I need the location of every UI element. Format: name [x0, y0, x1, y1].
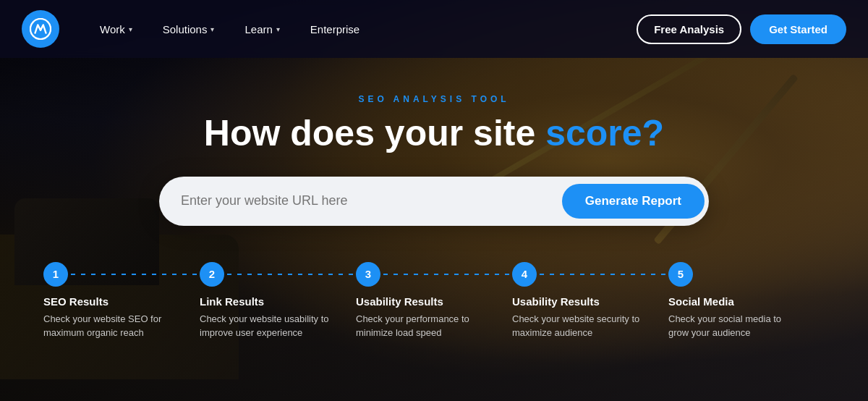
step-item-3: 3 Usability Results Check your performan…	[356, 262, 512, 340]
step-header-2: 2	[200, 262, 356, 287]
nav-item-learn[interactable]: Learn ▾	[233, 17, 291, 41]
step-title-2: Link Results	[200, 295, 264, 308]
step-line-3	[383, 274, 512, 275]
nav-item-enterprise[interactable]: Enterprise	[299, 17, 371, 41]
step-desc-2: Check your website usability to improve …	[200, 312, 330, 340]
url-input[interactable]	[181, 193, 562, 208]
step-line-4	[540, 274, 668, 275]
step-desc-3: Check your performance to minimize load …	[356, 312, 486, 340]
step-desc-4: Check your website security to maximize …	[512, 312, 642, 340]
search-bar: Generate Report	[159, 177, 709, 226]
nav-actions: Free Analysis Get Started	[637, 14, 846, 44]
work-chevron-icon: ▾	[129, 25, 132, 33]
step-header-5: 5	[668, 262, 825, 287]
step-title-1: SEO Results	[43, 295, 109, 308]
step-title-4: Usability Results	[512, 295, 600, 308]
hero-subtitle: SEO ANALYSIS TOOL	[358, 94, 509, 104]
nav-enterprise-label: Enterprise	[310, 23, 359, 35]
main-content: SEO ANALYSIS TOOL How does your site sco…	[0, 58, 868, 340]
nav-item-solutions[interactable]: Solutions ▾	[151, 17, 226, 41]
steps-section: 1 SEO Results Check your website SEO for…	[0, 262, 868, 340]
step-circle-4: 4	[512, 262, 537, 287]
nav-links: Work ▾ Solutions ▾ Learn ▾ Enterprise	[88, 17, 637, 41]
get-started-button[interactable]: Get Started	[750, 14, 846, 44]
navbar: Work ▾ Solutions ▾ Learn ▾ Enterprise Fr…	[0, 0, 868, 58]
step-item-5: 5 Social Media Check your social media t…	[668, 262, 825, 340]
step-desc-1: Check your website SEO for maximum organ…	[43, 312, 174, 340]
logo[interactable]	[22, 10, 59, 48]
generate-report-button[interactable]: Generate Report	[562, 184, 705, 219]
step-title-3: Usability Results	[356, 295, 443, 308]
step-item-2: 2 Link Results Check your website usabil…	[200, 262, 356, 340]
nav-solutions-label: Solutions	[163, 23, 208, 35]
step-title-5: Social Media	[668, 295, 734, 308]
headline-text-2: score?	[545, 113, 664, 153]
hero-headline: How does your site score?	[204, 113, 664, 155]
step-item-1: 1 SEO Results Check your website SEO for…	[43, 262, 200, 340]
step-line-1	[71, 274, 200, 275]
nav-item-work[interactable]: Work ▾	[88, 17, 144, 41]
learn-chevron-icon: ▾	[276, 25, 280, 33]
step-line-2	[227, 274, 356, 275]
step-circle-1: 1	[43, 262, 68, 287]
step-header-3: 3	[356, 262, 512, 287]
solutions-chevron-icon: ▾	[210, 25, 214, 33]
step-circle-3: 3	[356, 262, 380, 287]
nav-work-label: Work	[100, 23, 125, 35]
step-circle-2: 2	[200, 262, 224, 287]
step-item-4: 4 Usability Results Check your website s…	[512, 262, 668, 340]
step-header-4: 4	[512, 262, 668, 287]
step-desc-5: Check your social media to grow your aud…	[668, 312, 799, 340]
step-header-1: 1	[43, 262, 200, 287]
headline-text-1: How does your site	[204, 113, 545, 153]
nav-learn-label: Learn	[244, 23, 272, 35]
free-analysis-button[interactable]: Free Analysis	[637, 14, 741, 44]
step-circle-5: 5	[668, 262, 693, 287]
